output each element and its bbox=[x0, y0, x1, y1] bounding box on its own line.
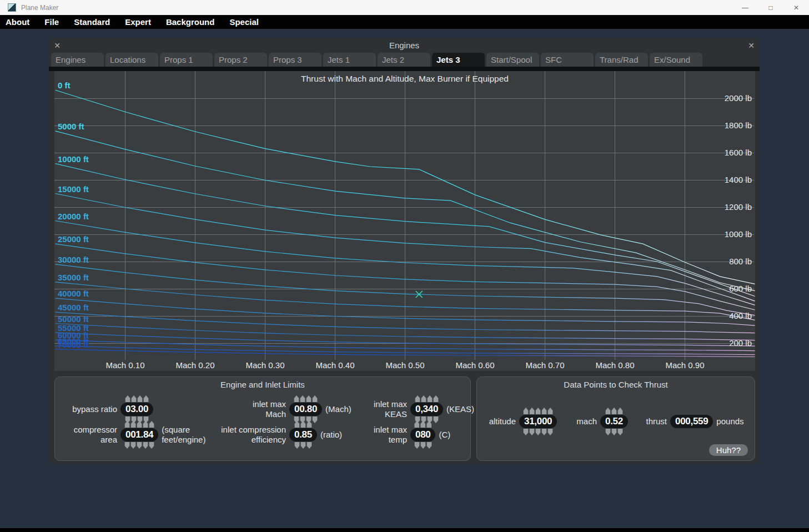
arrow-up-icon[interactable] bbox=[294, 421, 300, 428]
tab-trans-rad[interactable]: Trans/Rad bbox=[595, 53, 648, 67]
huh-button[interactable]: Huh?? bbox=[709, 444, 748, 456]
minimize-icon[interactable]: — bbox=[732, 0, 758, 15]
arrow-up-icon[interactable] bbox=[143, 421, 148, 428]
arrow-up-icon[interactable] bbox=[529, 408, 535, 414]
arrow-down-icon[interactable] bbox=[300, 442, 306, 449]
menu-item-standard[interactable]: Standard bbox=[74, 17, 110, 27]
arrow-up-icon[interactable] bbox=[306, 395, 311, 402]
menu-item-special[interactable]: Special bbox=[229, 17, 259, 27]
arrow-up-icon[interactable] bbox=[605, 408, 611, 414]
arrow-up-icon[interactable] bbox=[137, 421, 142, 428]
dialog-close-right-icon[interactable]: ✕ bbox=[744, 41, 758, 50]
stepper-mach: 0.52 bbox=[600, 408, 628, 435]
arrow-up-icon[interactable] bbox=[535, 408, 541, 414]
tab-start-spool[interactable]: Start/Spool bbox=[486, 53, 539, 67]
inlet-compression-efficiency-value[interactable]: 0.85 bbox=[289, 428, 317, 441]
arrow-up-icon[interactable] bbox=[130, 421, 136, 428]
stepper-compressor-area: 001.84 bbox=[120, 421, 158, 449]
arrow-down-icon[interactable] bbox=[130, 442, 136, 449]
x-axis-tick-label: Mach 0.60 bbox=[455, 360, 494, 370]
arrow-up-icon[interactable] bbox=[137, 395, 143, 402]
window-titlebar: Plane Maker — □ ✕ bbox=[0, 0, 809, 15]
arrow-up-icon[interactable] bbox=[426, 421, 432, 428]
field-label: compressor area bbox=[62, 425, 117, 444]
arrow-up-icon[interactable] bbox=[300, 421, 306, 428]
arrow-down-icon[interactable] bbox=[523, 429, 529, 435]
arrow-down-icon[interactable] bbox=[294, 442, 300, 449]
tab-props-3[interactable]: Props 3 bbox=[269, 53, 321, 67]
dialog-header: ✕ Engines ✕ bbox=[49, 38, 760, 53]
arrow-up-icon[interactable] bbox=[124, 421, 130, 428]
compressor-area-value[interactable]: 001.84 bbox=[120, 428, 158, 441]
arrow-up-icon[interactable] bbox=[414, 421, 420, 428]
dialog-close-left-icon[interactable]: ✕ bbox=[50, 41, 64, 50]
arrow-up-icon[interactable] bbox=[149, 421, 154, 428]
arrow-down-icon[interactable] bbox=[124, 442, 130, 449]
arrow-up-icon[interactable] bbox=[143, 395, 149, 402]
y-axis-tick-label: 200 lb bbox=[729, 338, 752, 348]
maximize-icon[interactable]: □ bbox=[758, 0, 783, 15]
arrow-up-icon[interactable] bbox=[312, 395, 318, 402]
thrust-value[interactable]: 000,559 bbox=[670, 415, 713, 428]
arrow-down-icon[interactable] bbox=[420, 442, 426, 449]
arrow-up-icon[interactable] bbox=[433, 395, 439, 402]
arrow-up-icon[interactable] bbox=[294, 395, 299, 402]
arrow-up-icon[interactable] bbox=[420, 421, 426, 428]
altitude-value[interactable]: 31,000 bbox=[519, 415, 557, 428]
mach-value[interactable]: 0.52 bbox=[600, 415, 628, 428]
menu-item-background[interactable]: Background bbox=[166, 17, 215, 27]
field-label: inlet max Mach bbox=[216, 399, 286, 419]
inlet-max-mach-value[interactable]: 00.80 bbox=[289, 403, 322, 416]
arrow-up-icon[interactable] bbox=[415, 395, 420, 402]
menu-item-expert[interactable]: Expert bbox=[125, 17, 151, 27]
arrow-up-icon[interactable] bbox=[300, 395, 305, 402]
stepper-inlet-compression-efficiency: 0.85 bbox=[289, 421, 317, 449]
close-icon[interactable]: ✕ bbox=[783, 0, 809, 15]
tab-jets-2[interactable]: Jets 2 bbox=[378, 53, 430, 67]
arrow-down-icon[interactable] bbox=[529, 429, 535, 435]
menu-item-file[interactable]: File bbox=[44, 17, 59, 27]
arrow-up-icon[interactable] bbox=[523, 408, 529, 414]
inlet-max-temp-value[interactable]: 080 bbox=[410, 428, 435, 441]
tab-props-2[interactable]: Props 2 bbox=[214, 53, 267, 67]
tab-props-1[interactable]: Props 1 bbox=[160, 53, 213, 67]
thrust-chart: 0 ft5000 ft10000 ft15000 ft20000 ft25000… bbox=[54, 71, 755, 371]
arrow-up-icon[interactable] bbox=[131, 395, 137, 402]
window-title: Plane Maker bbox=[21, 4, 58, 12]
arrow-down-icon[interactable] bbox=[617, 429, 623, 435]
tab-locations[interactable]: Locations bbox=[105, 53, 158, 67]
arrow-up-icon[interactable] bbox=[306, 421, 312, 428]
arrow-up-icon[interactable] bbox=[617, 408, 623, 414]
altitude-label: 45000 ft bbox=[58, 303, 89, 312]
arrow-up-icon[interactable] bbox=[547, 408, 553, 414]
arrow-down-icon[interactable] bbox=[605, 429, 611, 435]
arrow-up-icon[interactable] bbox=[541, 408, 547, 414]
tab-sfc[interactable]: SFC bbox=[541, 53, 594, 67]
arrow-up-icon[interactable] bbox=[125, 395, 130, 402]
tab-jets-3[interactable]: Jets 3 bbox=[432, 53, 485, 67]
arrow-down-icon[interactable] bbox=[535, 429, 541, 435]
arrow-up-icon[interactable] bbox=[611, 408, 617, 414]
tab-engines[interactable]: Engines bbox=[51, 53, 104, 67]
field-inlet-max-temp: inlet max temp080(C) bbox=[365, 419, 450, 450]
arrow-up-icon[interactable] bbox=[427, 395, 433, 402]
arrow-down-icon[interactable] bbox=[414, 442, 420, 449]
tab-ex-sound[interactable]: Ex/Sound bbox=[650, 53, 702, 67]
bypass-ratio-value[interactable]: 03.00 bbox=[120, 403, 153, 416]
inlet-max-keas-value[interactable]: 0,340 bbox=[410, 403, 443, 416]
arrow-down-icon[interactable] bbox=[149, 442, 154, 449]
menu-item-about[interactable]: About bbox=[6, 17, 29, 27]
arrow-down-icon[interactable] bbox=[137, 442, 142, 449]
arrow-down-icon[interactable] bbox=[541, 429, 547, 435]
stepper-arrows-down bbox=[414, 442, 432, 449]
field-unit: (C) bbox=[439, 430, 450, 440]
x-axis-tick-label: Mach 0.30 bbox=[245, 360, 284, 370]
arrow-down-icon[interactable] bbox=[547, 429, 553, 435]
arrow-down-icon[interactable] bbox=[611, 429, 617, 435]
arrow-up-icon[interactable] bbox=[421, 395, 426, 402]
x-axis-tick-label: Mach 0.80 bbox=[595, 360, 634, 370]
arrow-down-icon[interactable] bbox=[143, 442, 148, 449]
arrow-down-icon[interactable] bbox=[306, 442, 312, 449]
arrow-down-icon[interactable] bbox=[426, 442, 432, 449]
tab-jets-1[interactable]: Jets 1 bbox=[323, 53, 376, 67]
